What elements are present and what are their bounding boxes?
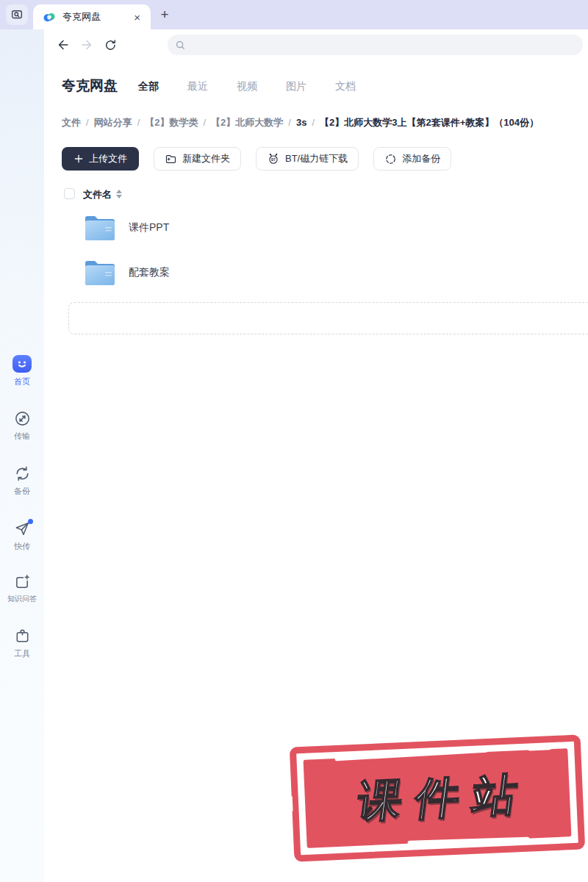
refresh-button[interactable] [103, 37, 118, 52]
back-button[interactable] [56, 37, 71, 52]
upload-dropzone[interactable] [68, 302, 588, 334]
sidebar-item-label: 首页 [14, 376, 30, 387]
add-backup-button[interactable]: 添加备份 [373, 147, 451, 171]
tab-image[interactable]: 图片 [286, 80, 306, 93]
svg-text:BT: BT [271, 158, 276, 162]
tab-close-icon[interactable]: × [131, 10, 143, 24]
new-tab-button[interactable]: + [156, 6, 173, 24]
folder-icon [83, 257, 117, 287]
breadcrumb-item-current: 【2】北师大数学3上【第2套课件+教案】（104份） [320, 117, 539, 128]
sidebar-item-label: 知识问答 [7, 594, 37, 604]
tab-search-icon [10, 8, 24, 21]
new-folder-label: 新建文件夹 [182, 152, 230, 165]
breadcrumb: 文件/网站分享/【2】数学类/【2】北师大数学/3s/【2】北师大数学3上【第2… [62, 116, 539, 129]
sidebar-item-home[interactable]: 首页 [0, 355, 44, 387]
breadcrumb-separator: / [203, 117, 206, 128]
file-name[interactable]: 配套教案 [129, 266, 170, 279]
tab-video[interactable]: 视频 [237, 80, 257, 93]
search-icon [175, 40, 186, 51]
bt-download-label: BT/磁力链下载 [285, 152, 348, 165]
tab-recent[interactable]: 最近 [187, 80, 208, 93]
stamp-distress-mark [287, 797, 293, 811]
browser-nav-row [44, 29, 588, 60]
plus-icon [74, 154, 84, 164]
filter-tabs: 全部 最近 视频 图片 文档 [138, 80, 356, 93]
quark-drive-screen: 夸克网盘 × + [0, 0, 588, 882]
bt-magnet-download-button[interactable]: BT BT/磁力链下载 [256, 147, 359, 171]
add-backup-label: 添加备份 [402, 152, 440, 165]
sidebar-item-label: 传输 [14, 431, 30, 442]
watermark-stamp: 课件站 [290, 734, 585, 861]
breadcrumb-item[interactable]: 文件 [62, 117, 81, 128]
sidebar-item-tools[interactable]: 工具 [0, 628, 44, 659]
new-folder-icon [165, 153, 177, 165]
tab-title: 夸克网盘 [62, 10, 131, 24]
quark-logo-icon [42, 10, 57, 24]
file-name[interactable]: 课件PPT [129, 221, 169, 234]
breadcrumb-item[interactable]: 3s [296, 117, 306, 128]
add-backup-icon [384, 153, 397, 165]
browser-tab-bar: 夸克网盘 × + [0, 0, 588, 29]
sort-icon[interactable] [116, 190, 122, 198]
home-icon [12, 355, 32, 373]
search-input[interactable] [190, 40, 576, 51]
tab-search-button[interactable] [6, 4, 28, 25]
stamp-distress-mark [506, 853, 528, 858]
sort-desc-arrow [116, 195, 122, 198]
transfer-icon [14, 410, 31, 427]
breadcrumb-separator: / [86, 117, 89, 128]
stamp-distress-mark [379, 737, 398, 742]
sidebar-item-label: 快传 [14, 541, 30, 552]
sidebar-item-knowledge-qa[interactable]: 知识问答 [0, 573, 44, 604]
breadcrumb-item[interactable]: 网站分享 [94, 117, 132, 128]
stamp-distress-mark [407, 837, 529, 845]
select-all-checkbox[interactable] [64, 188, 75, 199]
breadcrumb-separator: / [288, 117, 291, 128]
browser-tab[interactable]: 夸克网盘 × [33, 4, 151, 29]
upload-file-button[interactable]: 上传文件 [62, 147, 139, 171]
stamp-plate: 课件站 [304, 748, 572, 848]
breadcrumb-separator: / [312, 117, 315, 128]
folder-icon [83, 212, 117, 243]
sort-asc-arrow [116, 190, 122, 193]
forward-button[interactable] [79, 37, 94, 52]
new-folder-button[interactable]: 新建文件夹 [154, 147, 241, 171]
breadcrumb-separator: / [137, 117, 140, 128]
tab-document[interactable]: 文档 [335, 80, 356, 93]
knowledge-qa-icon [14, 573, 31, 590]
toolbar: 上传文件 新建文件夹 BT BT/磁力链下载 [62, 147, 451, 171]
filename-column-header[interactable]: 文件名 [83, 188, 112, 201]
page-title: 夸克网盘 [62, 76, 118, 96]
toolbox-icon [14, 628, 31, 645]
stamp-text: 课件站 [341, 764, 534, 833]
stamp-distress-mark [335, 747, 489, 761]
sidebar-item-quick-send[interactable]: 快传 [0, 520, 44, 552]
stamp-distress-mark [528, 746, 552, 750]
notification-dot [28, 519, 33, 524]
browser-search-bar[interactable] [168, 35, 583, 55]
bt-download-icon: BT [267, 152, 280, 165]
sidebar-item-transfer[interactable]: 传输 [0, 410, 44, 442]
backup-sync-icon [14, 465, 31, 482]
tab-all[interactable]: 全部 [138, 80, 159, 93]
breadcrumb-item[interactable]: 【2】北师大数学 [211, 117, 283, 128]
sidebar-item-label: 备份 [14, 486, 30, 497]
sidebar-item-backup[interactable]: 备份 [0, 465, 44, 497]
sidebar: 首页 传输 备份 [0, 29, 44, 882]
file-row[interactable]: 配套教案 [62, 257, 588, 295]
quick-send-icon [14, 520, 31, 537]
sidebar-item-label: 工具 [14, 648, 30, 659]
upload-file-label: 上传文件 [89, 152, 127, 165]
breadcrumb-item[interactable]: 【2】数学类 [145, 117, 198, 128]
file-row[interactable]: 课件PPT [62, 212, 588, 250]
